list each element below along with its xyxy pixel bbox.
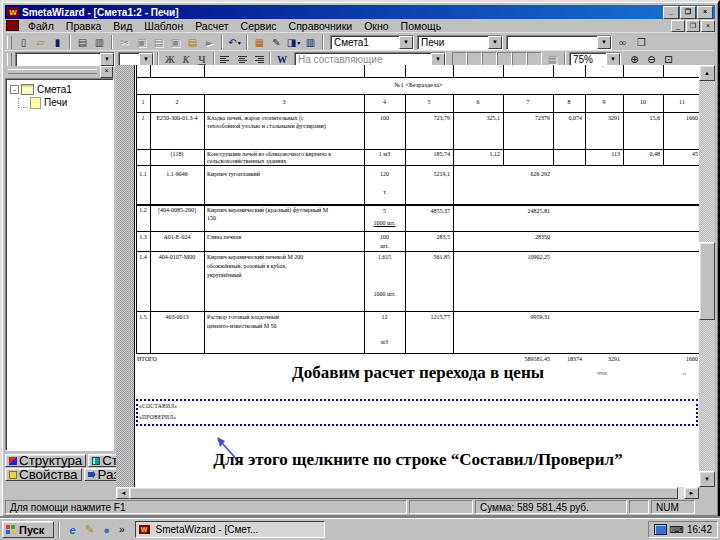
close-button[interactable]: × <box>697 6 713 19</box>
copy-sheet-icon[interactable]: ▥ <box>302 35 319 50</box>
insert-block-icon[interactable]: ▤ <box>184 35 201 50</box>
window-icon[interactable]: ❒ <box>633 35 650 50</box>
minimize-button[interactable]: _ <box>663 6 679 19</box>
menu-item-Файл[interactable]: Файл <box>22 20 60 32</box>
quicklaunch-mail-icon[interactable]: ✎ <box>82 522 97 537</box>
row-code: (118) <box>151 151 203 158</box>
section-title: №1 <Безраздела> <box>136 81 701 88</box>
panel-close-icon[interactable]: × <box>100 66 113 78</box>
quicklaunch-ie-icon[interactable]: e <box>65 522 80 537</box>
find-icon[interactable]: ∞ <box>614 35 631 50</box>
chevron-down-icon[interactable]: ▾ <box>297 39 300 46</box>
tab-Структура[interactable]: Структура <box>5 454 86 467</box>
start-button[interactable]: Пуск <box>2 521 54 538</box>
new-document-icon[interactable]: ▯ <box>15 35 32 50</box>
display-tray-icon[interactable] <box>654 524 667 535</box>
tree-item-Печи[interactable]: Печи <box>6 96 113 109</box>
mdi-restore-button[interactable]: ❐ <box>686 20 700 32</box>
sheet-combo[interactable]: Печи▼ <box>417 35 503 50</box>
menu-item-Справочники[interactable]: Справочники <box>283 20 359 32</box>
tree-item-Смета1[interactable]: -Смета1 <box>6 83 113 96</box>
panel-grip[interactable] <box>8 69 97 74</box>
chevron-down-icon[interactable]: ▼ <box>488 36 502 49</box>
menu-item-Шаблон[interactable]: Шаблон <box>138 20 189 32</box>
chevron-down-icon[interactable]: ▼ <box>597 36 611 49</box>
title-bar[interactable]: W SmetaWizard - [Смета1:2 - Печи] _ ❐ × <box>5 5 715 19</box>
chevron-down-icon[interactable]: ▼ <box>139 53 153 66</box>
print-icon[interactable]: ▤ <box>74 35 91 50</box>
chevron-down-icon[interactable]: ▼ <box>431 53 445 66</box>
format-cell-2[interactable] <box>467 52 482 66</box>
paste-icon[interactable]: ▤ <box>150 35 167 50</box>
edit-pencil-icon[interactable]: ✎ <box>268 35 285 50</box>
menu-item-Вид[interactable]: Вид <box>107 20 138 32</box>
row-value: 0,074 <box>553 115 582 122</box>
row-quantity: 12 <box>364 314 405 321</box>
extra-combo[interactable]: ▼ <box>506 35 612 50</box>
horizontal-scrollbar[interactable]: ◄ ► <box>116 487 699 499</box>
vscroll-thumb[interactable] <box>699 242 715 320</box>
underline-button[interactable]: Ч <box>194 52 210 66</box>
column-number: 7 <box>503 99 553 106</box>
format-cell-4[interactable] <box>497 52 512 66</box>
column-number: 4 <box>364 99 405 106</box>
row-value: 723,79 <box>405 115 450 122</box>
scroll-down-icon[interactable]: ▼ <box>699 471 715 487</box>
menu-bar: ФайлПравкаВидШаблонРасчетСервисСправочни… <box>5 19 715 32</box>
selected-row-highlight[interactable] <box>136 399 698 426</box>
row-description: Кладка печей, жаров отопительных (с <box>207 115 363 122</box>
checked-by-label[interactable]: «ПРОВЕРИЛ» <box>139 414 176 420</box>
quicklaunch-overflow-icon[interactable]: » <box>119 524 125 535</box>
table-icon[interactable]: ▦ <box>251 35 268 50</box>
taskbar-item-smetawizard[interactable]: W SmetaWizard - [Смет... <box>135 521 325 538</box>
toolbar-grip[interactable] <box>7 53 12 66</box>
mdi-close-button[interactable]: × <box>701 20 715 32</box>
toolbar-main: ▯▱▮▤▥✂▣▤▣▤►↶▾▦✎◨▾▥Смета1▼Печи▼▼∞❒ <box>5 32 715 51</box>
print-preview-icon[interactable]: ▥ <box>91 35 108 50</box>
vertical-scrollbar[interactable]: ▲ ▼ <box>699 65 715 487</box>
copy-icon[interactable]: ▣ <box>133 35 150 50</box>
tab-row: СвойстваРазделы <box>5 468 114 481</box>
menu-item-Расчет[interactable]: Расчет <box>189 20 234 32</box>
format-brush-icon[interactable]: ▣ <box>167 35 184 50</box>
separator <box>58 522 60 538</box>
undo-icon[interactable]: ↶▾ <box>226 35 243 50</box>
compiled-by-label[interactable]: «СОСТАВИЛ» <box>139 403 177 409</box>
tree-expander-icon[interactable]: - <box>10 85 19 94</box>
bold-button[interactable]: Ж <box>162 52 178 66</box>
chevron-down-icon[interactable]: ▼ <box>399 36 413 49</box>
toolbar-grip[interactable] <box>7 36 12 49</box>
wizard-doc-icon[interactable]: ◨▾ <box>285 35 302 50</box>
app-icon: W <box>139 525 150 534</box>
keyboard-layout-icon[interactable]: ⌨ <box>670 524 684 535</box>
open-icon[interactable]: ▱ <box>32 35 49 50</box>
chevron-down-icon[interactable]: ▾ <box>238 39 241 46</box>
menu-item-Окно[interactable]: Окно <box>358 20 394 32</box>
quicklaunch-web-icon[interactable]: ● <box>99 522 114 537</box>
menu-item-Сервис[interactable]: Сервис <box>235 20 283 32</box>
chevron-down-icon[interactable]: ▼ <box>100 53 114 66</box>
format-cell-3[interactable] <box>482 52 497 66</box>
menu-item-Помощь[interactable]: Помощь <box>395 20 448 32</box>
estimate-page[interactable]: всегоэксплуатациизатраты№1 <Безраздела>1… <box>134 65 704 490</box>
format-cell-5[interactable] <box>512 52 527 66</box>
format-cell-1[interactable] <box>452 52 467 66</box>
structure-icon <box>9 457 17 465</box>
italic-button[interactable]: К <box>178 52 194 66</box>
cut-icon[interactable]: ✂ <box>116 35 133 50</box>
format-cell-6[interactable] <box>527 52 542 66</box>
chevron-down-icon[interactable]: ▼ <box>606 53 620 66</box>
hscroll-thumb[interactable] <box>129 487 678 499</box>
scroll-right-icon[interactable]: ► <box>684 487 699 499</box>
mdi-minimize-button[interactable]: _ <box>671 20 685 32</box>
document-system-icon[interactable] <box>6 20 19 31</box>
tab-Свойства[interactable]: Свойства <box>5 468 82 481</box>
table-header-fragment: эксплуатации <box>457 66 549 76</box>
menu-item-Правка[interactable]: Правка <box>60 20 107 32</box>
save-icon[interactable]: ▮ <box>49 35 66 50</box>
wizard-button[interactable]: W <box>274 52 290 66</box>
estimate-combo[interactable]: Смета1▼ <box>330 35 414 50</box>
flag-icon[interactable]: ► <box>201 35 218 50</box>
maximize-button[interactable]: ❐ <box>680 6 696 19</box>
scroll-up-icon[interactable]: ▲ <box>699 65 715 81</box>
